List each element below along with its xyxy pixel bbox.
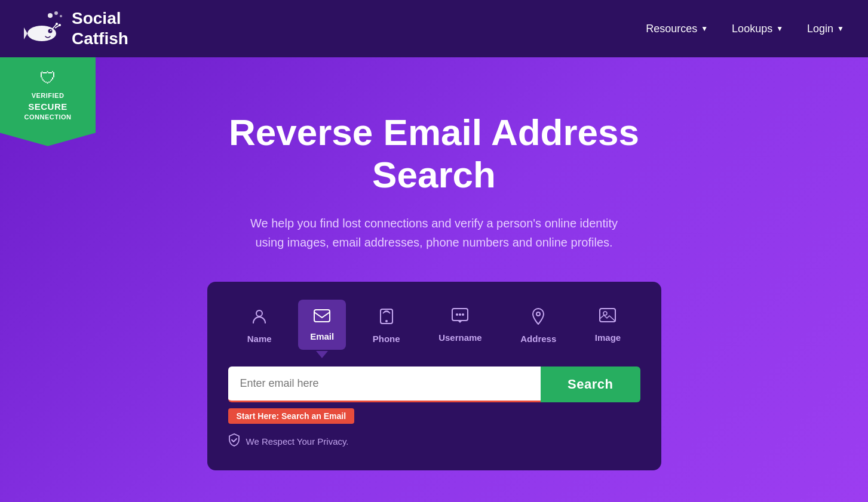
chevron-down-icon: ▼ (776, 24, 783, 33)
tab-image[interactable]: Image (583, 300, 633, 351)
tab-email[interactable]: Email (298, 300, 346, 350)
privacy-text: We Respect Your Privacy. (246, 436, 349, 446)
tab-address[interactable]: Address (508, 300, 568, 352)
tab-name[interactable]: Name (235, 300, 284, 352)
image-icon (599, 308, 616, 328)
username-icon (452, 308, 468, 328)
svg-point-10 (256, 310, 262, 316)
nav-links: Resources ▼ Lookups ▼ Login ▼ (646, 23, 844, 35)
page-title: Reverse Email Address Search (165, 111, 703, 196)
svg-point-5 (50, 30, 51, 31)
privacy-row: We Respect Your Privacy. (228, 433, 640, 449)
svg-rect-11 (314, 310, 330, 322)
search-button[interactable]: Search (541, 367, 640, 402)
svg-point-7 (56, 23, 58, 25)
logo[interactable]: SocialCatfish (24, 8, 128, 48)
tab-phone-label: Phone (373, 334, 400, 344)
email-icon (314, 308, 330, 327)
navbar: SocialCatfish Resources ▼ Lookups ▼ Logi… (0, 0, 868, 57)
hero-subtitle: We help you find lost connections and ve… (249, 214, 619, 252)
tab-phone[interactable]: Phone (361, 300, 412, 352)
svg-point-12 (385, 320, 388, 322)
chevron-down-icon: ▼ (837, 24, 844, 33)
logo-icon (24, 11, 65, 47)
phone-icon (379, 308, 394, 329)
tab-username-label: Username (438, 332, 482, 343)
email-input[interactable] (228, 367, 541, 402)
tab-email-label: Email (310, 331, 334, 341)
tab-name-label: Name (247, 334, 272, 344)
input-row: Search Start Here: Search an Email (228, 367, 640, 402)
search-box: Name Email Phone Username (207, 282, 661, 470)
hero-section: 🛡 VERIFIED SECURE CONNECTION Reverse Ema… (0, 57, 868, 502)
nav-login[interactable]: Login ▼ (807, 23, 844, 35)
svg-point-15 (459, 313, 461, 316)
verified-badge: 🛡 VERIFIED SECURE CONNECTION (0, 57, 96, 146)
shield-icon: 🛡 (39, 68, 56, 88)
svg-point-19 (603, 312, 607, 315)
svg-point-4 (48, 29, 53, 33)
start-here-badge: Start Here: Search an Email (228, 408, 355, 424)
svg-point-2 (60, 15, 62, 17)
tab-address-label: Address (520, 334, 556, 344)
svg-point-14 (456, 313, 458, 316)
svg-point-9 (59, 24, 61, 26)
search-tabs: Name Email Phone Username (228, 300, 640, 352)
logo-text: SocialCatfish (72, 8, 128, 48)
svg-point-16 (462, 313, 464, 316)
address-icon (532, 308, 545, 329)
tab-image-label: Image (595, 332, 621, 343)
person-icon (251, 308, 268, 329)
svg-rect-18 (600, 309, 615, 322)
svg-point-0 (48, 13, 53, 18)
privacy-shield-icon (228, 433, 240, 449)
tab-username[interactable]: Username (427, 300, 494, 351)
svg-point-3 (27, 26, 56, 41)
svg-point-1 (54, 11, 58, 15)
svg-point-17 (536, 312, 540, 316)
chevron-down-icon: ▼ (701, 24, 708, 33)
nav-lookups[interactable]: Lookups ▼ (732, 23, 783, 35)
nav-resources[interactable]: Resources ▼ (646, 23, 708, 35)
